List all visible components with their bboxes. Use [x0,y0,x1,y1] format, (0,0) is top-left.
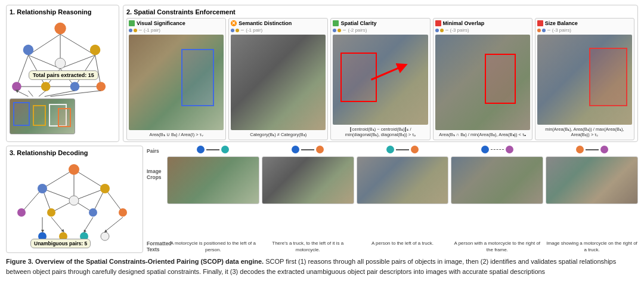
svg-point-39 [69,164,79,175]
pair1 [167,146,259,153]
crop-image-1 [167,156,259,204]
card4-image [435,35,530,131]
pair5-dot2 [600,146,608,153]
svg-point-14 [54,23,66,35]
pair4-line [491,149,504,150]
section3-label: 3. Relationship Decoding [10,149,140,156]
card5-formula: min(Area(B₁), Area(B₂)) / max(Area(B₁), … [537,127,632,138]
card1-note: ∼ (-1 pair) [129,27,224,33]
svg-point-41 [100,184,110,193]
svg-line-29 [74,169,105,189]
card2-icon: ✕ [231,20,237,26]
svg-line-52 [51,217,63,232]
card5-title: Size Balance [537,20,632,26]
section1-label: 1. Relationship Reasoning [10,8,116,16]
pair1-dot1 [197,146,205,153]
svg-line-54 [105,217,123,232]
svg-line-24 [39,91,46,97]
svg-point-19 [41,82,51,91]
crop-image-2 [262,156,354,204]
pair1-dot2 [221,146,229,153]
svg-point-15 [23,45,34,56]
svg-line-3 [17,55,29,87]
caption-4: A person with a motorcycle to the right … [451,241,543,253]
card2-formula: Category(B₁) ≠ Category(B₂) [231,132,326,138]
image-crops-row [167,156,638,204]
section3-relationship-decoding: 3. Relationship Decoding [6,146,638,253]
card1-title: Visual Significance [129,20,224,26]
section2-label: 2. Spatial Constraints Enforcement [126,8,634,16]
section3-svg [10,159,138,251]
svg-point-18 [12,82,21,91]
pair2-dot2 [316,146,324,153]
card-size-balance: Size Balance ∼ (-3 pairs) min(Area(B₁) [535,18,634,140]
card3-image [333,35,428,125]
figure-number: Figure 3. [6,258,33,265]
top-section: 1. Relationship Reasoning [6,5,638,142]
card5-icon [537,20,543,26]
card3-note: ∼ (-2 pairs) [333,27,428,33]
svg-point-45 [89,208,97,217]
section1-relationship-reasoning: 1. Relationship Reasoning [6,5,119,142]
label-image-crops: Image Crops [147,156,165,180]
svg-line-28 [42,169,74,189]
pair2-line [301,149,314,150]
card1-icon [129,20,135,26]
card5-image [537,35,632,125]
crop-image-3 [357,156,449,204]
section3-captions-row: Formatted Texts A motorcycle is position… [147,241,638,253]
pair3-dot2 [411,146,419,153]
section3-left: 3. Relationship Decoding [6,146,143,253]
svg-point-20 [70,82,80,91]
card5-note: ∼ (-3 pairs) [537,27,632,33]
pair2 [262,146,354,153]
card3-icon [333,20,339,26]
card-visual-significance: Visual Significance ∼ (-1 pair) Area(B [126,18,226,140]
section3-right: Pairs [147,146,638,253]
card2-note: ∼ (-1 pair) [231,27,326,33]
unambiguous-badge: Unambiguous pairs: 5 [30,239,91,248]
svg-point-44 [47,208,55,217]
svg-line-22 [17,91,29,97]
card4-formula: Area(B₁ ∩ B₂) / min(Area(B₂), Area(B₃)) … [435,132,530,138]
pair2-dot1 [292,146,299,153]
svg-point-46 [119,208,127,217]
section1-scene-image [10,98,75,134]
pair5-line [586,149,599,150]
svg-point-17 [55,58,66,69]
svg-line-27 [371,66,403,79]
section2-grid: Visual Significance ∼ (-1 pair) Area(B [126,18,634,140]
pair3-line [396,149,409,150]
card4-note: ∼ (-3 pairs) [435,27,530,33]
card4-title: Minimal Overlap [435,20,530,26]
svg-point-40 [38,184,47,193]
svg-line-23 [28,91,33,97]
pair3 [357,146,449,153]
caption-1: A motorcycle is positioned to the left o… [167,241,259,253]
card-semantic-distinction: ✕ Semantic Distinction ∼ (-1 pair) Ca [228,18,328,140]
svg-line-26 [50,91,101,97]
section3-labels-row: Pairs [147,146,638,154]
card2-title: ✕ Semantic Distinction [231,20,326,26]
pair4-dot2 [506,146,513,153]
svg-line-1 [60,34,95,55]
svg-point-16 [90,45,101,56]
card-spatial-clarity: Spatial Clarity ∼ (-2 pairs) [330,18,430,140]
section1-graph: Total pairs extracted: 15 [10,18,114,134]
section3-diagram: Unambiguous pairs: 5 [10,159,138,254]
svg-point-42 [69,196,79,205]
svg-point-43 [17,208,26,217]
section3-images-row: Image Crops [147,156,638,238]
card1-formula: Area(B₁ ∪ B₂) / Area(I) > τᵥ [129,132,224,138]
pair5 [546,146,638,153]
pair5-dot1 [576,146,584,153]
card3-title: Spatial Clarity [333,20,428,26]
captions-row: A motorcycle is positioned to the left o… [167,241,638,253]
pairs-row [167,146,638,153]
pair3-dot1 [386,146,394,153]
total-pairs-badge: Total pairs extracted: 15 [29,70,98,80]
main-container: 1. Relationship Reasoning [0,0,644,299]
card2-image [231,35,326,131]
card-minimal-overlap: Minimal Overlap ∼ (-3 pairs) Area(B₁ ∩ B… [433,18,532,140]
svg-line-0 [28,34,60,55]
